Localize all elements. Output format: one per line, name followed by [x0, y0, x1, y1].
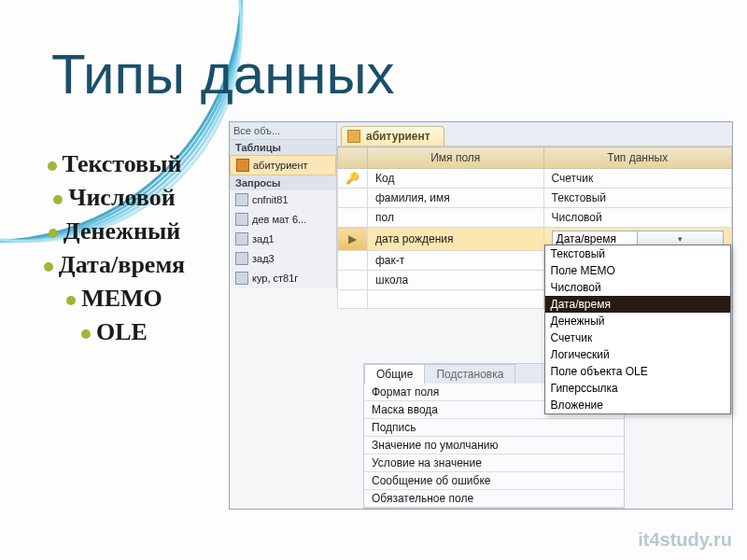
field-name-cell[interactable]: пол [368, 208, 544, 228]
field-name-cell[interactable]: дата рождения [368, 228, 544, 251]
nav-query-item[interactable]: зад1 [230, 230, 336, 249]
dropdown-option[interactable]: Счетчик [545, 329, 730, 346]
field-type-cell[interactable]: Текстовый [543, 189, 731, 208]
query-icon [235, 193, 248, 206]
property-row[interactable]: Обязательное поле [364, 490, 624, 508]
nav-query-item[interactable]: дев мат 6... [230, 210, 336, 230]
field-name-cell[interactable]: фамилия, имя [368, 189, 544, 208]
tab-general[interactable]: Общие [364, 364, 425, 384]
dropdown-option[interactable]: Логический [545, 346, 730, 363]
dropdown-option[interactable]: Гиперссылка [545, 380, 730, 397]
dropdown-option-selected[interactable]: Дата/время [545, 296, 730, 313]
field-name-cell[interactable]: школа [368, 271, 544, 290]
tab-label: абитуриент [366, 130, 430, 143]
query-icon [235, 232, 248, 245]
nav-pane: Все объ... Таблицы абитуриент Запросы cn… [230, 122, 337, 288]
table-icon [347, 130, 360, 143]
property-row[interactable]: Подпись [364, 419, 624, 437]
dropdown-option[interactable]: Числовой [545, 279, 730, 296]
query-icon [235, 213, 248, 226]
field-type-cell[interactable]: Дата/время ▾ Текстовый Поле МЕМО Числово… [543, 228, 731, 251]
nav-header[interactable]: Все объ... [230, 122, 336, 140]
bullet-item: OLE [0, 318, 229, 346]
primary-key-icon: 🔑 [338, 169, 368, 189]
object-tab-bar: абитуриент [337, 122, 732, 147]
dropdown-option[interactable]: Вложение [545, 397, 730, 413]
bullet-list: Текстовый Числовой Денежный Дата/время М… [0, 145, 229, 352]
bullet-item: Числовой [0, 184, 229, 212]
property-row[interactable]: Значение по умолчанию [364, 437, 624, 455]
field-grid: Имя поля Тип данных 🔑 Код Счетчик фамили… [337, 147, 732, 309]
nav-table-item[interactable]: абитуриент [230, 155, 336, 175]
field-type-cell[interactable]: Числовой [543, 208, 731, 228]
object-tab[interactable]: абитуриент [341, 126, 444, 146]
dropdown-option[interactable]: Денежный [545, 313, 730, 329]
field-type-cell[interactable]: Счетчик [543, 169, 731, 189]
dropdown-option[interactable]: Текстовый [545, 245, 730, 262]
bullet-item: Дата/время [0, 251, 229, 279]
property-row[interactable]: Условие на значение [364, 455, 624, 472]
field-row[interactable]: пол Числовой [338, 208, 732, 228]
field-row[interactable]: 🔑 Код Счетчик [338, 169, 732, 189]
query-icon [235, 252, 248, 265]
type-dropdown[interactable]: Текстовый Поле МЕМО Числовой Дата/время … [544, 245, 731, 414]
nav-item-label: абитуриент [253, 160, 308, 171]
property-row[interactable]: Сообщение об ошибке [364, 472, 624, 490]
nav-group-tables[interactable]: Таблицы [230, 140, 336, 155]
col-data-type[interactable]: Тип данных [543, 147, 731, 169]
nav-group-queries[interactable]: Запросы [230, 175, 336, 190]
query-icon [235, 272, 248, 285]
access-window: Все объ... Таблицы абитуриент Запросы cn… [229, 121, 733, 510]
slide-title: Типы данных [51, 42, 395, 106]
field-row[interactable]: фамилия, имя Текстовый [338, 189, 732, 208]
dropdown-option[interactable]: Поле МЕМО [545, 262, 730, 279]
nav-query-item[interactable]: cnfnit81 [230, 190, 336, 210]
design-view: абитуриент Имя поля Тип данных 🔑 Код Сче… [337, 122, 732, 509]
bullet-item: Текстовый [0, 150, 229, 178]
field-name-cell[interactable]: Код [368, 169, 544, 189]
watermark: it4study.ru [638, 529, 732, 551]
bullet-item: Денежный [0, 217, 229, 245]
col-field-name[interactable]: Имя поля [368, 147, 544, 169]
dropdown-option[interactable]: Поле объекта OLE [545, 363, 730, 380]
nav-query-item[interactable]: зад3 [230, 249, 336, 269]
table-icon [236, 159, 249, 172]
field-row-selected[interactable]: ▶ дата рождения Дата/время ▾ Текстовый П… [338, 228, 732, 251]
bullet-item: МЕМО [0, 285, 229, 313]
row-selector-header [338, 147, 368, 169]
tab-lookup[interactable]: Подстановка [424, 364, 515, 384]
field-name-cell[interactable]: фак-т [368, 251, 544, 271]
nav-query-item[interactable]: кур, ст81г [230, 269, 336, 288]
